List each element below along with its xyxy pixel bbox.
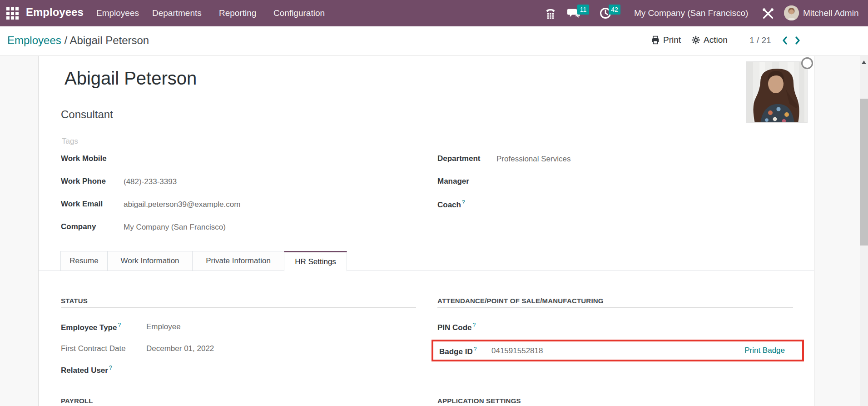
employee-job-title[interactable]: Consultant bbox=[61, 108, 113, 121]
menu-employees[interactable]: Employees bbox=[96, 8, 139, 18]
odoo-employees-app: Employees Employees Departments Reportin… bbox=[0, 0, 868, 406]
coach-help-icon[interactable]: ? bbox=[462, 199, 465, 206]
field-value-department[interactable]: Professional Services bbox=[496, 155, 570, 164]
field-label-company: Company bbox=[61, 222, 96, 231]
tab-hr-settings[interactable]: HR Settings bbox=[284, 251, 347, 271]
menu-configuration[interactable]: Configuration bbox=[273, 8, 325, 18]
attendance-section-underline bbox=[437, 307, 793, 308]
user-avatar[interactable] bbox=[784, 5, 799, 20]
voip-phone-icon[interactable] bbox=[544, 7, 557, 20]
action-button[interactable]: Action bbox=[691, 35, 728, 45]
field-label-coach: Coach? bbox=[437, 199, 465, 210]
print-label: Print bbox=[663, 35, 681, 45]
company-switcher[interactable]: My Company (San Francisco) bbox=[634, 8, 748, 18]
menu-departments[interactable]: Departments bbox=[152, 8, 202, 18]
breadcrumb: Employees / Abigail Peterson bbox=[7, 34, 149, 47]
breadcrumb-employees-link[interactable]: Employees bbox=[7, 34, 61, 46]
notebook-divider bbox=[39, 271, 814, 271]
field-value-badge-id[interactable]: 041591552818 bbox=[491, 346, 543, 356]
status-section-header: STATUS bbox=[61, 297, 88, 305]
app-title[interactable]: Employees bbox=[26, 6, 84, 19]
field-value-work-phone[interactable]: (482)-233-3393 bbox=[124, 177, 177, 186]
chevron-right-icon[interactable] bbox=[794, 35, 801, 45]
field-label-employee-type: Employee Type? bbox=[61, 322, 121, 332]
scrollbar-thumb[interactable] bbox=[860, 99, 868, 246]
field-label-work-email: Work Email bbox=[61, 200, 103, 209]
payroll-section-header: PAYROLL bbox=[61, 397, 93, 405]
tags-input[interactable]: Tags bbox=[62, 137, 78, 146]
user-name[interactable]: Mitchell Admin bbox=[803, 8, 859, 18]
attendance-section-header: ATTENDANCE/POINT OF SALE/MANUFACTURING bbox=[437, 297, 604, 305]
tab-resume[interactable]: Resume bbox=[60, 251, 108, 271]
employee-photo[interactable] bbox=[746, 61, 808, 123]
tab-private-information[interactable]: Private Information bbox=[192, 251, 284, 271]
printer-icon bbox=[651, 35, 660, 45]
field-value-employee-type[interactable]: Employee bbox=[146, 322, 181, 331]
activities-counter-badge[interactable]: 42 bbox=[609, 5, 620, 15]
field-label-manager: Manager bbox=[437, 177, 469, 186]
debug-tools-icon[interactable] bbox=[761, 7, 775, 20]
apps-grid-icon[interactable] bbox=[6, 7, 19, 20]
employee-type-help-icon[interactable]: ? bbox=[118, 322, 121, 328]
field-label-pin-code: PIN Code? bbox=[437, 322, 476, 332]
pager-counter: 1 / 21 bbox=[749, 35, 771, 45]
control-panel: Employees / Abigail Peterson Print bbox=[0, 26, 868, 56]
breadcrumb-separator: / bbox=[61, 34, 70, 46]
field-label-first-contract-date: First Contract Date bbox=[61, 344, 126, 353]
badge-id-highlight-box: Badge ID? 041591552818 Print Badge bbox=[432, 340, 804, 361]
field-label-badge-id: Badge ID? bbox=[439, 346, 476, 356]
breadcrumb-current: Abigail Peterson bbox=[69, 34, 149, 46]
field-label-related-user: Related User? bbox=[61, 365, 112, 375]
status-section-underline bbox=[61, 307, 416, 308]
print-button[interactable]: Print bbox=[651, 35, 681, 45]
field-value-work-email[interactable]: abigail.peterson39@example.com bbox=[124, 200, 240, 209]
top-navbar: Employees Employees Departments Reportin… bbox=[0, 0, 868, 26]
badge-id-help-icon[interactable]: ? bbox=[474, 346, 477, 352]
gear-icon bbox=[691, 35, 700, 45]
chevron-left-icon[interactable] bbox=[781, 35, 789, 45]
print-badge-button[interactable]: Print Badge bbox=[744, 346, 785, 355]
field-label-work-phone: Work Phone bbox=[61, 177, 106, 186]
action-label: Action bbox=[704, 35, 728, 45]
application-settings-section-header: APPLICATION SETTINGS bbox=[437, 397, 521, 405]
field-value-company[interactable]: My Company (San Francisco) bbox=[124, 223, 226, 232]
camera-circle[interactable] bbox=[801, 57, 813, 69]
pin-code-help-icon[interactable]: ? bbox=[473, 322, 476, 328]
field-label-work-mobile: Work Mobile bbox=[61, 154, 107, 163]
tab-work-information[interactable]: Work Information bbox=[107, 251, 193, 271]
scrollbar-up-arrow[interactable] bbox=[862, 60, 866, 64]
menu-reporting[interactable]: Reporting bbox=[219, 8, 256, 18]
messages-counter-badge[interactable]: 11 bbox=[577, 5, 589, 15]
employee-name[interactable]: Abigail Peterson bbox=[64, 68, 197, 89]
field-value-first-contract-date: December 01, 2022 bbox=[146, 344, 214, 353]
field-label-department: Department bbox=[437, 154, 480, 163]
related-user-help-icon[interactable]: ? bbox=[109, 365, 112, 371]
